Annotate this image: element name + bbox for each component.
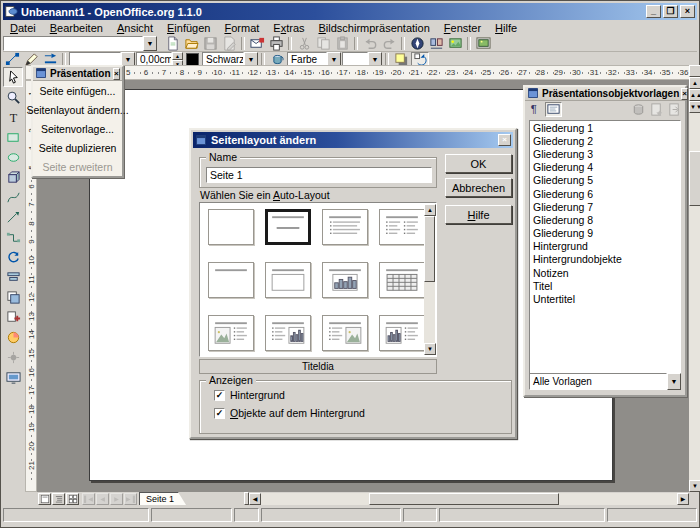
menu-fenster[interactable]: Fenster bbox=[437, 21, 488, 35]
text-button[interactable]: T bbox=[3, 107, 23, 127]
palette-item-seite-einfügen[interactable]: Seite einfügen... bbox=[33, 81, 122, 100]
next-page-button[interactable]: ▼▼ bbox=[689, 101, 700, 113]
navigator-button[interactable] bbox=[408, 35, 426, 51]
presentation-screen-button[interactable] bbox=[3, 367, 23, 387]
style-item[interactable]: Gliederung 1 bbox=[530, 121, 680, 134]
ok-button[interactable]: OK bbox=[445, 154, 512, 173]
layout-scroll-up-button[interactable]: ▲ bbox=[424, 204, 436, 216]
curve-button[interactable] bbox=[3, 187, 23, 207]
layout-option-title-clipart-bullets[interactable] bbox=[208, 315, 254, 351]
page-tab[interactable]: Seite 1 bbox=[139, 492, 186, 505]
menu-einfgen[interactable]: Einfügen bbox=[160, 21, 217, 35]
scroll-down-button[interactable]: ▼ bbox=[689, 480, 700, 492]
style-item[interactable]: Titel bbox=[530, 279, 680, 292]
zoom-button[interactable] bbox=[3, 87, 23, 107]
scroll-up-button[interactable]: ▲ bbox=[689, 77, 700, 89]
help-button[interactable]: Hilfe bbox=[445, 205, 512, 224]
horizontal-ruler[interactable]: 1234567891011121314151617181920212223242… bbox=[25, 65, 691, 80]
layout-option-title-chart[interactable] bbox=[322, 262, 368, 298]
layout-option-title-table[interactable] bbox=[379, 262, 425, 298]
restore-button[interactable]: ❐ bbox=[663, 5, 678, 18]
checkbox-hintergrund[interactable]: ✓Hintergrund bbox=[214, 389, 285, 401]
drawing-view-button[interactable] bbox=[38, 493, 51, 505]
menu-bildschirmprsentation[interactable]: Bildschirmpräsentation bbox=[312, 21, 437, 35]
checkbox-objekte[interactable]: ✓Objekte auf dem Hintergrund bbox=[214, 407, 365, 419]
menu-extras[interactable]: Extras bbox=[266, 21, 311, 35]
gallery-button[interactable] bbox=[446, 35, 464, 51]
open-button[interactable] bbox=[182, 35, 200, 51]
style-item[interactable]: Gliederung 2 bbox=[530, 134, 680, 147]
checkbox-icon[interactable]: ✓ bbox=[214, 408, 225, 419]
insert-button[interactable] bbox=[3, 307, 23, 327]
palette-titlebar[interactable]: Präsentation × bbox=[33, 67, 122, 81]
presentation-camera-button[interactable] bbox=[474, 35, 492, 51]
checkbox-icon[interactable]: ✓ bbox=[214, 390, 225, 401]
scroll-left-button[interactable]: ◀ bbox=[249, 493, 261, 505]
menu-hilfe[interactable]: Hilfe bbox=[488, 21, 524, 35]
print-button[interactable] bbox=[267, 35, 285, 51]
style-item[interactable]: Gliederung 8 bbox=[530, 213, 680, 226]
style-item[interactable]: Gliederung 6 bbox=[530, 187, 680, 200]
select-button[interactable] bbox=[3, 67, 23, 87]
layout-option-title-bullets-clipart[interactable] bbox=[322, 315, 368, 351]
style-item[interactable]: Gliederung 4 bbox=[530, 161, 680, 174]
menu-format[interactable]: Format bbox=[217, 21, 266, 35]
mail-button[interactable] bbox=[248, 35, 266, 51]
layout-option-title-two-bullets[interactable] bbox=[379, 209, 425, 245]
palette-item-seite-duplizieren[interactable]: Seite duplizieren bbox=[33, 138, 122, 157]
style-item[interactable]: Hintergrundobjekte bbox=[530, 253, 680, 266]
stylist-titlebar[interactable]: Präsentationsobjektvorlagen × bbox=[525, 87, 685, 101]
stylist-button[interactable] bbox=[427, 35, 445, 51]
arrange-button[interactable] bbox=[3, 287, 23, 307]
style-item[interactable]: Gliederung 5 bbox=[530, 174, 680, 187]
style-item[interactable]: Untertitel bbox=[530, 292, 680, 305]
load-url-field[interactable] bbox=[3, 36, 143, 51]
slide-view-button[interactable] bbox=[66, 493, 79, 505]
vertical-scrollbar[interactable]: ▲ ▲▲ ▼▼ ▼ bbox=[689, 65, 700, 492]
dialog-titlebar[interactable]: Seitenlayout ändern × bbox=[193, 132, 513, 148]
3d-object-button[interactable] bbox=[3, 167, 23, 187]
load-url-dropdown-button[interactable]: ▼ bbox=[143, 36, 157, 51]
new-document-button[interactable] bbox=[163, 35, 181, 51]
layout-scroll-thumb[interactable] bbox=[424, 216, 435, 282]
scroll-corner-button[interactable] bbox=[689, 65, 700, 77]
menu-ansicht[interactable]: Ansicht bbox=[110, 21, 160, 35]
paragraph-styles-button[interactable]: ¶ bbox=[527, 102, 544, 117]
menu-bearbeiten[interactable]: Bearbeiten bbox=[43, 21, 110, 35]
layout-option-title-bullets[interactable] bbox=[322, 209, 368, 245]
vertical-scroll-thumb[interactable] bbox=[689, 151, 700, 206]
style-item[interactable]: Hintergrund bbox=[530, 240, 680, 253]
outline-view-button[interactable] bbox=[52, 493, 65, 505]
style-item[interactable]: Notizen bbox=[530, 266, 680, 279]
menu-datei[interactable]: Datei bbox=[3, 21, 43, 35]
close-button[interactable]: × bbox=[680, 5, 695, 18]
horizontal-scrollbar[interactable]: ◀ ▶ bbox=[249, 493, 689, 505]
palette-item-seitenlayout-ändern[interactable]: Seitenlayout ändern... bbox=[33, 100, 122, 119]
ellipse-button[interactable] bbox=[3, 147, 23, 167]
minimize-button[interactable]: _ bbox=[646, 5, 661, 18]
rectangle-button[interactable] bbox=[3, 127, 23, 147]
layout-option-title-bullets-chart[interactable] bbox=[265, 315, 311, 351]
layout-scrollbar[interactable]: ▲ ▼ bbox=[424, 204, 435, 355]
cancel-button[interactable]: Abbrechen bbox=[445, 178, 512, 197]
dialog-close-button[interactable]: × bbox=[498, 134, 511, 146]
style-filter-combobox[interactable]: Alle Vorlagen ▼ bbox=[529, 373, 681, 390]
layout-option-title-subtitle[interactable] bbox=[265, 209, 311, 245]
layout-option-title-only[interactable] bbox=[208, 262, 254, 298]
style-item[interactable]: Gliederung 9 bbox=[530, 227, 680, 240]
line-button[interactable] bbox=[3, 207, 23, 227]
layout-option-title-chart-bullets[interactable] bbox=[379, 315, 425, 351]
rotate-button[interactable] bbox=[3, 247, 23, 267]
load-url-combobox[interactable]: ▼ bbox=[3, 36, 157, 51]
horizontal-scroll-thumb[interactable] bbox=[369, 493, 559, 505]
layout-option-blank[interactable] bbox=[208, 209, 254, 245]
previous-page-button[interactable]: ▲▲ bbox=[689, 89, 700, 101]
style-item[interactable]: Gliederung 3 bbox=[530, 147, 680, 160]
layout-scroll-down-button[interactable]: ▼ bbox=[424, 343, 436, 355]
presentation-styles-button[interactable] bbox=[545, 102, 562, 117]
style-filter-field[interactable]: Alle Vorlagen bbox=[529, 373, 667, 390]
connector-button[interactable] bbox=[3, 227, 23, 247]
style-filter-dropdown-button[interactable]: ▼ bbox=[667, 373, 681, 390]
stylist-close-button[interactable]: × bbox=[681, 88, 688, 100]
palette-close-button[interactable]: × bbox=[113, 68, 120, 80]
